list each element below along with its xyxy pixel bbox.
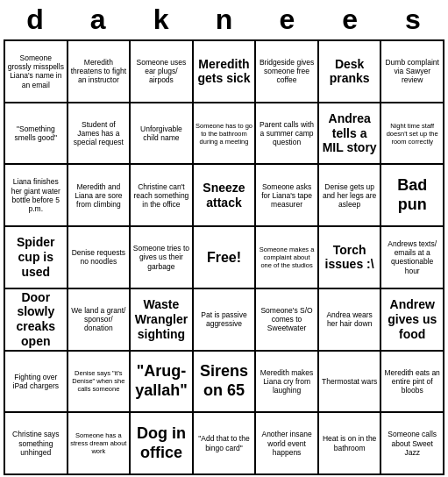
bingo-title: daknees: [4, 4, 444, 36]
bingo-cell-44: Dog in office: [130, 412, 193, 474]
bingo-cell-1: Meredith threatens to fight an instructo…: [68, 40, 131, 103]
bingo-grid: Someone grossly misspells Liana's name i…: [4, 39, 444, 475]
bingo-cell-25: Someone makes a complaint about one of t…: [255, 226, 318, 288]
bingo-cell-34: Andrew gives us food: [380, 288, 444, 351]
bingo-cell-10: Someone has to go to the bathroom during…: [193, 103, 256, 165]
bingo-cell-24: Free!: [193, 226, 256, 288]
bingo-cell-2: Someone uses ear plugs/ airpods: [130, 40, 193, 103]
bingo-cell-9: Unforgivable child name: [130, 103, 193, 165]
bingo-cell-5: Desk pranks: [318, 40, 381, 103]
title-letter-6: s: [383, 4, 443, 36]
bingo-cell-38: Sirens on 65: [193, 351, 256, 413]
bingo-cell-18: Someone asks for Liana's tape measurer: [255, 164, 318, 226]
title-letter-0: d: [5, 4, 65, 36]
bingo-cell-7: "Something smells good": [4, 103, 68, 165]
bingo-cell-16: Christine can't reach something in the o…: [130, 164, 193, 226]
title-letter-5: e: [320, 4, 380, 36]
bingo-cell-15: Meredith and Liana are sore from climbin…: [68, 164, 131, 226]
bingo-cell-37: "Arug-yallah": [130, 351, 193, 413]
bingo-cell-32: Someone's S/O comes to Sweetwater: [255, 288, 318, 351]
bingo-cell-20: Bad pun: [380, 164, 444, 226]
bingo-cell-48: Someone calls about Sweet Jazz: [380, 412, 444, 474]
bingo-cell-8: Student of James has a special request: [68, 103, 131, 165]
bingo-cell-13: Night time staff doesn't set up the room…: [380, 103, 444, 165]
bingo-cell-28: Door slowly creaks open: [4, 288, 68, 351]
bingo-cell-47: Heat is on in the bathroom: [318, 412, 381, 474]
bingo-cell-29: We land a grant/ sponsor/ donation: [68, 288, 131, 351]
bingo-cell-12: Andrea tells a MIL story: [318, 103, 381, 165]
bingo-cell-19: Denise gets up and her legs are asleep: [318, 164, 381, 226]
bingo-cell-17: Sneeze attack: [193, 164, 256, 226]
title-letter-2: k: [132, 4, 191, 36]
bingo-cell-4: Bridgeside gives someone free coffee: [255, 40, 318, 103]
bingo-cell-3: Meredith gets sick: [193, 40, 256, 103]
bingo-cell-43: Someone has a stress dream about work: [68, 412, 131, 474]
bingo-cell-27: Andrews texts/ emails at a questionable …: [380, 226, 444, 288]
bingo-cell-45: "Add that to the bingo card": [193, 412, 256, 474]
bingo-cell-21: Spider cup is used: [4, 226, 68, 288]
bingo-cell-26: Torch issues :\: [318, 226, 381, 288]
bingo-cell-6: Dumb complaint via Sawyer review: [380, 40, 444, 103]
bingo-cell-46: Another insane world event happens: [255, 412, 318, 474]
title-letter-4: e: [257, 4, 316, 36]
bingo-cell-36: Denise says "it's Denise" when she calls…: [68, 351, 131, 413]
bingo-cell-35: Fighting over iPad chargers: [4, 351, 68, 413]
bingo-cell-0: Someone grossly misspells Liana's name i…: [4, 40, 68, 103]
bingo-cell-31: Pat is passive aggressive: [193, 288, 256, 351]
bingo-cell-41: Meredith eats an entire pint of bloobs: [380, 351, 444, 413]
bingo-cell-23: Someone tries to gives us their garbage: [130, 226, 193, 288]
bingo-cell-30: Waste Wrangler sighting: [130, 288, 193, 351]
bingo-cell-42: Christine says something unhinged: [4, 412, 68, 474]
bingo-cell-33: Andrea wears her hair down: [318, 288, 381, 351]
bingo-cell-22: Denise requests no noodles: [68, 226, 131, 288]
bingo-cell-11: Parent calls with a summer camp question: [255, 103, 318, 165]
bingo-cell-39: Meredith makes Liana cry from laughing: [255, 351, 318, 413]
bingo-cell-14: Liana finishes her giant water bottle be…: [4, 164, 68, 226]
title-letter-3: n: [194, 4, 253, 36]
title-letter-1: a: [68, 4, 128, 36]
bingo-cell-40: Thermostat wars: [318, 351, 381, 413]
